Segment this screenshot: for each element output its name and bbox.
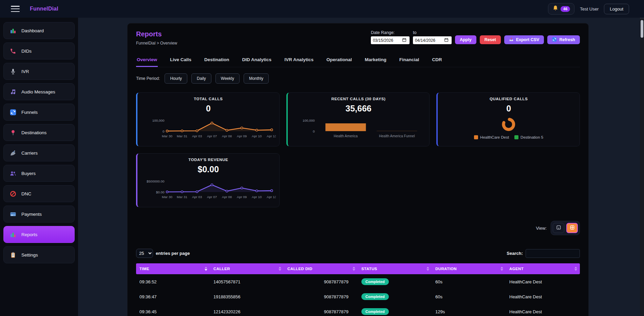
sidebar-item-reports[interactable]: Reports	[3, 226, 75, 243]
column-header-caller[interactable]: CALLER	[210, 263, 284, 274]
sidebar-item-buyers[interactable]: Buyers	[3, 165, 75, 182]
satellite-icon	[9, 149, 17, 157]
sidebar-item-ivr[interactable]: IVR	[3, 63, 75, 80]
calendar-icon[interactable]	[444, 37, 449, 43]
sidebar-item-dashboard[interactable]: Dashboard	[3, 22, 75, 39]
date-to-field[interactable]	[413, 36, 452, 44]
entries-per-page-select[interactable]: 25	[136, 249, 153, 258]
no-entry-icon	[9, 190, 17, 197]
card-title: RECENT CALLS (30 DAYS)	[291, 97, 426, 101]
cell-agent: HealthCare Dest	[506, 304, 580, 316]
column-header-agent[interactable]: AGENT	[506, 263, 580, 274]
reset-button[interactable]: Reset	[480, 35, 501, 44]
svg-text:$500000.00: $500000.00	[147, 179, 165, 183]
menu-icon[interactable]	[11, 6, 20, 12]
cell-time: 09:36:52	[136, 274, 210, 289]
cell-called-did: 9087877879	[284, 304, 358, 316]
sidebar-item-funnels[interactable]: Funnels	[3, 104, 75, 121]
export-csv-label: Export CSV	[516, 37, 539, 42]
single-view-button[interactable]	[553, 223, 564, 233]
apply-button[interactable]: Apply	[455, 35, 476, 44]
topbar: FunnelDial 46 Test User Logout	[0, 0, 644, 18]
sort-arrows-icon[interactable]	[574, 267, 577, 271]
refresh-button[interactable]: Refresh	[547, 35, 580, 44]
time-period-hourly-button[interactable]: Hourly	[165, 73, 187, 84]
grid-view-button[interactable]	[566, 223, 578, 233]
sort-arrows-icon[interactable]	[500, 267, 503, 271]
cell-caller: 12142320226	[210, 304, 284, 316]
legend-item: HealthCare Dest	[474, 135, 509, 139]
sidebar-item-payments[interactable]: Payments	[3, 206, 75, 223]
tab-did-analytics[interactable]: DID Analytics	[242, 55, 272, 67]
sidebar-item-dids[interactable]: DIDs	[3, 42, 75, 59]
sort-arrows-icon[interactable]	[353, 267, 355, 271]
view-label: View:	[536, 226, 547, 231]
tab-financial[interactable]: Financial	[399, 55, 420, 67]
sidebar-item-destinations[interactable]: Destinations	[3, 124, 75, 141]
svg-text:Apr 07: Apr 07	[207, 195, 217, 199]
cell-time: 09:36:47	[136, 289, 210, 304]
sidebar-item-audio-messages[interactable]: Audio Messages	[3, 83, 75, 100]
scrollbar-thumb[interactable]	[641, 20, 643, 38]
tab-live-calls[interactable]: Live Calls	[169, 55, 192, 67]
date-from-input[interactable]	[373, 38, 401, 43]
export-csv-button[interactable]: Export CSV	[504, 35, 544, 44]
notifications-button[interactable]: 46	[548, 3, 574, 15]
search-input[interactable]	[526, 249, 580, 258]
app-logo: FunnelDial	[30, 6, 58, 12]
sidebar-item-carriers[interactable]: Carriers	[3, 144, 75, 161]
total-calls-card: TOTAL CALLS 0 100,0000Mar 30Mar 31Apr 03…	[136, 92, 280, 146]
sidebar-item-label: Carriers	[21, 151, 38, 156]
tab-overview[interactable]: Overview	[136, 55, 158, 67]
sidebar-item-dnc[interactable]: DNC	[3, 185, 75, 202]
tab-operational[interactable]: Operational	[326, 55, 353, 67]
column-header-status[interactable]: STATUS	[358, 263, 432, 274]
svg-text:Apr 09: Apr 09	[237, 195, 247, 199]
sort-arrows-icon[interactable]	[427, 267, 429, 271]
sidebar-item-settings[interactable]: Settings	[3, 246, 75, 263]
logout-button[interactable]: Logout	[604, 4, 629, 14]
total-calls-line-chart: 100,0000Mar 30Mar 31Apr 03Apr 07Apr 08Ap…	[141, 114, 276, 143]
svg-text:$0.00: $0.00	[156, 190, 165, 194]
table-row[interactable]: 09:36:47 19188355856 9087877879 Complete…	[136, 289, 580, 304]
card-value: $0.00	[141, 164, 276, 174]
tab-cdr[interactable]: CDR	[431, 55, 442, 67]
phone-icon	[9, 47, 17, 55]
cell-time: 09:36:45	[136, 304, 210, 316]
svg-text:100,000: 100,000	[302, 119, 315, 122]
svg-text:100,000: 100,000	[152, 119, 165, 122]
tab-destination[interactable]: Destination	[204, 55, 230, 67]
vertical-scrollbar[interactable]	[640, 14, 644, 316]
bell-icon	[552, 5, 558, 13]
table-row[interactable]: 09:36:52 14057567871 9087877879 Complete…	[136, 274, 580, 289]
sort-arrows-icon[interactable]	[279, 267, 281, 271]
time-period-daily-button[interactable]: Daily	[191, 73, 211, 84]
date-to-input[interactable]	[415, 38, 443, 43]
cell-duration: 129s	[432, 304, 506, 316]
bar-chart-icon	[9, 231, 17, 238]
reports-panel: Reports FunnelDial > Overview Date Range…	[127, 23, 589, 316]
column-header-called-did[interactable]: CALLED DID	[284, 263, 358, 274]
sidebar-item-label: Settings	[21, 252, 38, 258]
cell-agent: HealthCare Dest	[506, 289, 580, 304]
sidebar-item-label: DIDs	[21, 49, 32, 54]
sidebar-item-label: Buyers	[21, 171, 36, 176]
tab-ivr-analytics[interactable]: IVR Analytics	[284, 55, 314, 67]
sort-arrows-icon[interactable]	[205, 267, 207, 271]
date-to-label: to	[413, 30, 452, 35]
entries-per-page-label: entries per page	[156, 251, 190, 256]
table-row[interactable]: 09:36:45 12142320226 9087877879 Complete…	[136, 304, 580, 316]
recent-calls-bar-chart: Health AmericaHealth America Funnel100,0…	[291, 114, 426, 143]
date-from-field[interactable]	[371, 36, 410, 44]
svg-text:Apr 03: Apr 03	[192, 195, 202, 199]
status-badge: Completed	[361, 293, 389, 300]
time-period-weekly-button[interactable]: Weekly	[215, 73, 240, 84]
tab-marketing[interactable]: Marketing	[364, 55, 387, 67]
column-header-time[interactable]: TIME	[136, 263, 210, 274]
todays-revenue-card: TODAY'S REVENUE $0.00 $500000.00$0.00Mar…	[136, 153, 280, 207]
main-content: Reports FunnelDial > Overview Date Range…	[78, 18, 644, 316]
time-period-monthly-button[interactable]: Monthly	[244, 73, 269, 84]
column-header-duration[interactable]: DURATION	[432, 263, 506, 274]
calendar-icon[interactable]	[402, 37, 406, 43]
microphone-icon	[9, 68, 17, 75]
